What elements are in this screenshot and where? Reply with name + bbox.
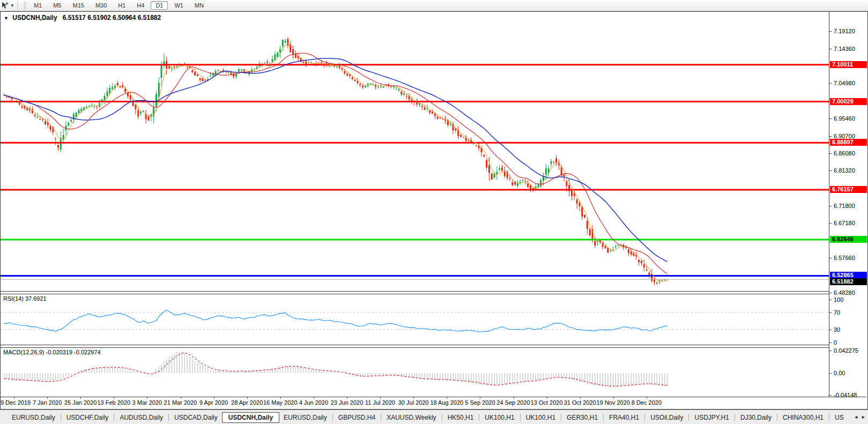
price-axis[interactable]: 7.191207.143607.049806.954606.907006.860…	[829, 12, 867, 397]
price-level-label-6.88897: 6.88897	[830, 139, 867, 146]
price-axis-label: 6.95460	[834, 115, 855, 122]
tab-divider	[735, 414, 735, 421]
timeframe-button-w1[interactable]: W1	[169, 1, 188, 10]
rsi-axis-label: 70	[834, 309, 840, 316]
chart-tab-eurusd-daily[interactable]: EURUSD,Daily	[8, 413, 60, 422]
ma-slow-line	[4, 58, 667, 262]
date-tick-mark	[47, 397, 48, 399]
chart-tab-hk50-h1[interactable]: HK50,H1	[443, 413, 478, 422]
tab-divider	[520, 414, 521, 421]
axis-tick-mark	[829, 223, 832, 224]
current-price-label: 6.51882	[830, 278, 867, 285]
timeframe-toolbar: ▼ M1M5M15M30H1H4D1W1MN	[0, 0, 868, 11]
pane-splitter[interactable]	[1, 345, 866, 348]
date-tick-mark	[480, 397, 480, 399]
collapse-arrow-icon[interactable]: ▼	[4, 16, 9, 21]
timeframe-button-mn[interactable]: MN	[190, 1, 209, 10]
tab-divider	[777, 414, 777, 421]
chart-tab-china300-h1[interactable]: CHINA300,H1	[778, 413, 828, 422]
price-axis-label: 6.86080	[834, 150, 855, 157]
date-tick-mark	[347, 397, 347, 399]
date-tick-mark	[247, 397, 248, 399]
date-axis-label: 8 Dec 2020	[622, 399, 671, 406]
macd-axis-label: -0.04148	[834, 392, 857, 398]
rsi-line	[4, 310, 667, 332]
timeframe-button-h1[interactable]: H1	[113, 1, 130, 10]
tab-divider	[688, 414, 689, 421]
timeframe-button-m30[interactable]: M30	[91, 1, 112, 10]
price-level-label-7.00029: 7.00029	[830, 98, 867, 105]
date-tick-mark	[80, 397, 81, 399]
axis-tick-mark	[829, 49, 832, 49]
axis-tick-mark	[829, 153, 832, 154]
chart-tab-uk100-h1[interactable]: UK100,H1	[522, 413, 560, 422]
axis-tick-mark	[829, 118, 832, 119]
price-axis-label: 7.04980	[834, 80, 855, 86]
pane-splitter[interactable]	[1, 291, 866, 294]
dropdown-caret-icon[interactable]: ▼	[10, 3, 14, 8]
date-tick-mark	[447, 397, 447, 399]
chart-tab-usdjpy-h1[interactable]: USDJPY,H1	[690, 413, 733, 422]
timeframe-button-d1[interactable]: D1	[151, 1, 168, 10]
macd-axis-label: 0.00	[834, 370, 845, 376]
rsi-indicator-pane[interactable]	[1, 294, 829, 345]
axis-tick-mark	[829, 313, 832, 313]
rsi-indicator-label: RSI(14) 37.6921	[3, 295, 47, 302]
axis-tick-mark	[829, 373, 832, 374]
tab-divider	[168, 414, 169, 421]
chart-tab-usdchf-daily[interactable]: USDCHF,Daily	[62, 413, 113, 422]
tab-divider	[561, 414, 561, 421]
timeframe-button-h4[interactable]: H4	[132, 1, 149, 10]
axis-tick-mark	[829, 395, 832, 396]
date-tick-mark	[514, 397, 514, 399]
tab-divider	[332, 414, 333, 421]
timeframe-button-m15[interactable]: M15	[68, 1, 88, 10]
chart-tab-audusd-daily[interactable]: AUDUSD,Daily	[115, 413, 167, 422]
chart-tab-gbpusd-h4[interactable]: GBPUSD,H4	[334, 413, 380, 422]
chart-tab-uk100-h1[interactable]: UK100,H1	[480, 413, 518, 422]
rsi-axis-label: 30	[834, 326, 840, 333]
chart-title: ▼ USDCNH,Daily 6.51517 6.51902 6.50964 6…	[4, 14, 161, 21]
toolbar-grip-handle[interactable]	[24, 2, 26, 9]
chart-tab-xauusd-weekly[interactable]: XAUUSD,Weekly	[382, 413, 440, 422]
chart-tabs-bar: EURUSD,DailyUSDCHF,DailyAUDUSD,DailyUSDC…	[0, 410, 868, 424]
trading-platform-window: ▼ M1M5M15M30H1H4D1W1MN ▼ USDCNH,Daily 6.…	[0, 0, 868, 424]
price-chart-pane[interactable]	[1, 12, 829, 291]
timeframe-button-m1[interactable]: M1	[29, 1, 47, 10]
axis-tick-mark	[829, 83, 832, 84]
chart-tab-usdcnh-daily[interactable]: USDCNH,Daily	[222, 412, 279, 423]
tabs-scroll-right-icon[interactable]: ►	[861, 414, 866, 420]
chart-tab-dj30-daily[interactable]: DJ30,Daily	[736, 413, 776, 422]
macd-indicator-label: MACD(12,26,9) -0.020319 -0.022974	[3, 349, 101, 355]
price-level-label-6.62646: 6.62646	[830, 236, 867, 243]
date-tick-mark	[413, 397, 414, 399]
date-tick-mark	[547, 397, 547, 399]
axis-tick-mark	[829, 343, 832, 343]
axis-tick-mark	[829, 330, 832, 330]
date-axis[interactable]: 19 Dec 20197 Jan 202025 Jan 202013 Feb 2…	[1, 397, 866, 408]
chart-tab-usoil-daily[interactable]: USOil,Daily	[646, 413, 687, 422]
tab-divider	[61, 414, 61, 421]
chart-symbol-label: USDCNH,Daily	[12, 14, 57, 21]
axis-tick-mark	[829, 206, 832, 206]
timeframe-buttons-group: M1M5M15M30H1H4D1W1MN	[29, 1, 210, 10]
chart-window: ▼ USDCNH,Daily 6.51517 6.51902 6.50964 6…	[0, 11, 868, 410]
macd-indicator-pane[interactable]	[1, 348, 829, 397]
price-level-label-6.76157: 6.76157	[830, 186, 867, 193]
tabs-scroll-left-icon[interactable]: ◄	[854, 414, 858, 420]
cursor-tool-icon[interactable]	[1, 2, 9, 9]
price-level-label-7.10011: 7.10011	[830, 61, 867, 68]
chart-tab-usdcad-daily[interactable]: USDCAD,Daily	[170, 413, 222, 422]
date-tick-mark	[613, 397, 614, 399]
chart-tab-us[interactable]: US	[830, 413, 848, 422]
chart-tab-ger30-h1[interactable]: GER30,H1	[562, 413, 602, 422]
date-tick-mark	[14, 397, 14, 399]
timeframe-button-m5[interactable]: M5	[48, 1, 66, 10]
chart-tab-eurusd-daily[interactable]: EURUSD,Daily	[279, 413, 331, 422]
axis-tick-mark	[829, 351, 832, 351]
axis-tick-mark	[829, 300, 832, 300]
date-tick-mark	[181, 397, 181, 399]
chart-tab-fra40-h1[interactable]: FRA40,H1	[605, 413, 643, 422]
price-axis-label: 7.19120	[834, 28, 855, 34]
date-tick-mark	[147, 397, 147, 399]
